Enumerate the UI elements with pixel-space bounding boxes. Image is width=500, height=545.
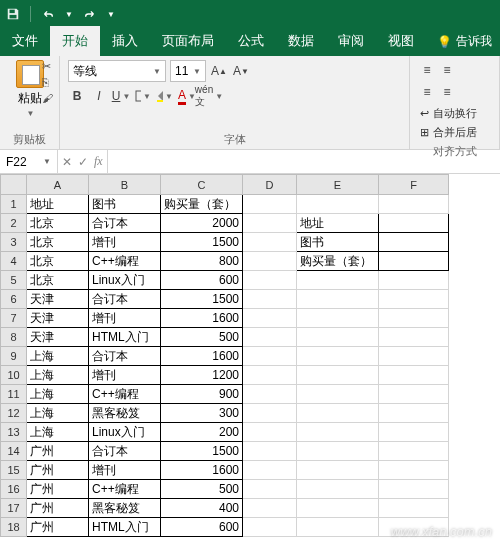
cell[interactable] — [379, 404, 449, 423]
cell[interactable]: 1600 — [161, 461, 243, 480]
cell[interactable] — [297, 347, 379, 366]
row-header[interactable]: 18 — [1, 518, 27, 537]
cell[interactable] — [243, 385, 297, 404]
cell[interactable]: 广州 — [27, 461, 89, 480]
copy-icon[interactable]: ⎘ — [42, 76, 56, 90]
fx-icon[interactable]: fx — [94, 154, 103, 169]
cell[interactable]: 500 — [161, 480, 243, 499]
cell[interactable]: 广州 — [27, 480, 89, 499]
cell[interactable] — [243, 252, 297, 271]
row-header[interactable]: 15 — [1, 461, 27, 480]
cell[interactable] — [297, 499, 379, 518]
col-header-C[interactable]: C — [161, 175, 243, 195]
cell[interactable]: 地址 — [27, 195, 89, 214]
cell[interactable] — [379, 290, 449, 309]
tab-insert[interactable]: 插入 — [100, 26, 150, 56]
cell[interactable]: 图书 — [297, 233, 379, 252]
decrease-font-icon[interactable]: A▼ — [232, 61, 250, 81]
cell[interactable]: 天津 — [27, 290, 89, 309]
cell[interactable] — [379, 461, 449, 480]
undo-icon[interactable] — [41, 7, 55, 21]
cell[interactable]: 广州 — [27, 518, 89, 537]
wrap-text-button[interactable]: ↩ 自动换行 — [418, 104, 491, 123]
cell[interactable]: 500 — [161, 328, 243, 347]
tell-me[interactable]: 💡 告诉我 — [429, 27, 500, 56]
cell[interactable] — [243, 518, 297, 537]
underline-button[interactable]: U▼ — [112, 86, 130, 106]
cell[interactable]: HTML入门 — [89, 328, 161, 347]
row-header[interactable]: 5 — [1, 271, 27, 290]
cell[interactable] — [379, 309, 449, 328]
name-box[interactable]: F22▼ — [0, 150, 58, 173]
cell[interactable] — [243, 366, 297, 385]
cell[interactable]: 北京 — [27, 233, 89, 252]
cell[interactable] — [379, 423, 449, 442]
italic-button[interactable]: I — [90, 86, 108, 106]
row-header[interactable]: 16 — [1, 480, 27, 499]
cell[interactable]: 1500 — [161, 233, 243, 252]
font-name-select[interactable]: 等线▼ — [68, 60, 166, 82]
phonetic-button[interactable]: wén文▼ — [200, 86, 218, 106]
row-header[interactable]: 13 — [1, 423, 27, 442]
qat-customize-icon[interactable]: ▼ — [107, 10, 115, 19]
cell[interactable]: 北京 — [27, 271, 89, 290]
cell[interactable]: 400 — [161, 499, 243, 518]
col-header-E[interactable]: E — [297, 175, 379, 195]
borders-button[interactable]: ▼ — [134, 86, 152, 106]
cell[interactable]: 上海 — [27, 347, 89, 366]
row-header[interactable]: 1 — [1, 195, 27, 214]
cell[interactable]: 黑客秘笈 — [89, 404, 161, 423]
cell[interactable]: 600 — [161, 518, 243, 537]
cell[interactable] — [243, 461, 297, 480]
row-header[interactable]: 17 — [1, 499, 27, 518]
row-header[interactable]: 9 — [1, 347, 27, 366]
cell[interactable] — [297, 309, 379, 328]
row-header[interactable]: 11 — [1, 385, 27, 404]
col-header-F[interactable]: F — [379, 175, 449, 195]
cell[interactable]: 购买量（套） — [297, 252, 379, 271]
cell[interactable]: 合订本 — [89, 347, 161, 366]
row-header[interactable]: 2 — [1, 214, 27, 233]
cell[interactable] — [243, 309, 297, 328]
align-left-icon[interactable]: ≡ — [418, 82, 436, 102]
cell[interactable] — [297, 518, 379, 537]
row-header[interactable]: 4 — [1, 252, 27, 271]
cell[interactable] — [243, 480, 297, 499]
cell[interactable]: 地址 — [297, 214, 379, 233]
cell[interactable] — [243, 290, 297, 309]
row-header[interactable]: 7 — [1, 309, 27, 328]
cell[interactable] — [379, 499, 449, 518]
tab-review[interactable]: 审阅 — [326, 26, 376, 56]
row-header[interactable]: 12 — [1, 404, 27, 423]
cell[interactable]: HTML入门 — [89, 518, 161, 537]
col-header-B[interactable]: B — [89, 175, 161, 195]
enter-icon[interactable]: ✓ — [78, 155, 88, 169]
cell[interactable]: 1600 — [161, 309, 243, 328]
col-header-D[interactable]: D — [243, 175, 297, 195]
row-header[interactable]: 6 — [1, 290, 27, 309]
cell[interactable]: Linux入门 — [89, 271, 161, 290]
cell[interactable]: 购买量（套） — [161, 195, 243, 214]
cell[interactable] — [379, 518, 449, 537]
cell[interactable]: 合订本 — [89, 214, 161, 233]
align-center-icon[interactable]: ≡ — [438, 82, 456, 102]
align-top-icon[interactable]: ≡ — [418, 60, 436, 80]
cell[interactable] — [379, 442, 449, 461]
cell[interactable] — [379, 252, 449, 271]
worksheet-grid[interactable]: A B C D E F 1 地址 图书 购买量（套） 2 北京合订本2000 地… — [0, 174, 500, 537]
cell[interactable]: 900 — [161, 385, 243, 404]
cell[interactable] — [243, 404, 297, 423]
font-color-button[interactable]: A▼ — [178, 86, 196, 106]
cell[interactable]: 上海 — [27, 423, 89, 442]
cell[interactable] — [297, 290, 379, 309]
cell[interactable] — [297, 442, 379, 461]
cell[interactable]: 图书 — [89, 195, 161, 214]
row-header[interactable]: 8 — [1, 328, 27, 347]
row-header[interactable]: 14 — [1, 442, 27, 461]
cell[interactable]: 合订本 — [89, 290, 161, 309]
undo-dropdown-icon[interactable]: ▼ — [65, 10, 73, 19]
cell[interactable] — [243, 195, 297, 214]
cell[interactable]: C++编程 — [89, 480, 161, 499]
cell[interactable]: 天津 — [27, 309, 89, 328]
redo-icon[interactable] — [83, 7, 97, 21]
